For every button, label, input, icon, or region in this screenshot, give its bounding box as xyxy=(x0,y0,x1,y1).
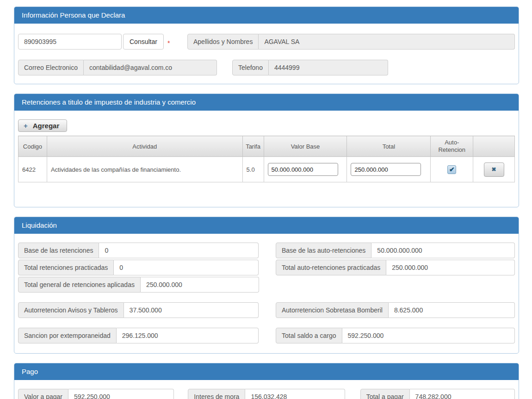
liquidacion-row: Autorretencion Avisos y Tableros 37.500.… xyxy=(18,302,515,318)
apellidos-label: Apellidos y Nombres xyxy=(187,34,259,50)
interes-mora-value[interactable]: 156.032.428 xyxy=(245,389,345,399)
nit-input[interactable] xyxy=(18,34,122,50)
column-header-total: Total xyxy=(347,136,431,157)
valor-base-input[interactable] xyxy=(268,163,338,176)
interes-mora-label: Interes de mora xyxy=(188,389,245,399)
field-base-retenciones: Base de las retenciones 0 xyxy=(18,243,259,258)
cell-actividad: Actividades de las compañías de financia… xyxy=(47,157,242,182)
correo-value: contabilidad@agaval.com.co xyxy=(84,60,217,75)
agregar-button-label: Agregar xyxy=(33,122,60,130)
field-interes-mora: Interes de mora 156.032.428 xyxy=(188,389,345,399)
telefono-value: 4444999 xyxy=(269,60,388,75)
field-sancion-extemporaneidad: Sancion por extemporaneidad 296.125.000 xyxy=(18,328,259,343)
liquidacion-row: Total retenciones practicadas 0 Total au… xyxy=(18,260,515,275)
correo-label: Correo Electronico xyxy=(18,60,84,75)
column-header-auto-retencion: Auto-Retencion xyxy=(431,136,473,157)
plus-icon: + xyxy=(24,122,28,130)
pago-row: Valor a pagar 592.250.000 Interes de mor… xyxy=(18,389,515,399)
apellidos-value: AGAVAL SA xyxy=(259,34,515,50)
avisos-tableros-value[interactable]: 37.500.000 xyxy=(124,302,259,318)
total-retenciones-practicadas-label: Total retenciones practicadas xyxy=(18,260,114,275)
declarant-row-1: Consultar * Apellidos y Nombres AGAVAL S… xyxy=(18,34,515,50)
panel-retenciones: Retenciones a titulo de impuesto de indu… xyxy=(14,94,519,207)
total-input[interactable] xyxy=(351,163,421,176)
panel-liquidacion-body: Base de las retenciones 0 Base de las au… xyxy=(14,234,519,353)
total-pagar-label: Total a pagar xyxy=(360,389,410,399)
liquidacion-row: Sancion por extemporaneidad 296.125.000 … xyxy=(18,328,515,343)
valor-pagar-value[interactable]: 592.250.000 xyxy=(68,389,174,399)
panel-declarant-body: Consultar * Apellidos y Nombres AGAVAL S… xyxy=(14,24,519,84)
field-total-auto-retenciones-practicadas: Total auto-retenciones practicadas 250.0… xyxy=(276,260,515,275)
table-header-row: Codigo Actividad Tarifa Valor Base Total… xyxy=(19,136,515,157)
column-header-valor-base: Valor Base xyxy=(264,136,347,157)
total-general-label: Total general de retenciones aplicadas xyxy=(18,277,141,293)
cell-actions: ✖ xyxy=(473,157,515,182)
total-auto-retenciones-practicadas-label: Total auto-retenciones practicadas xyxy=(276,260,386,275)
cell-valor-base xyxy=(264,157,347,182)
telefono-field-group: Telefono 4444999 xyxy=(232,60,388,75)
cell-total xyxy=(347,157,431,182)
liquidacion-row: Base de las retenciones 0 Base de las au… xyxy=(18,243,515,258)
field-valor-pagar: Valor a pagar 592.250.000 xyxy=(18,389,174,399)
panel-pago: Pago Valor a pagar 592.250.000 Interes d… xyxy=(14,363,519,399)
telefono-label: Telefono xyxy=(232,60,269,75)
field-total-saldo-cargo: Total saldo a cargo 592.250.000 xyxy=(276,328,515,343)
column-header-actions xyxy=(473,136,515,157)
panel-pago-body: Valor a pagar 592.250.000 Interes de mor… xyxy=(14,380,519,399)
field-total-general: Total general de retenciones aplicadas 2… xyxy=(18,277,259,293)
apellidos-field-group: Apellidos y Nombres AGAVAL SA xyxy=(187,34,515,50)
field-avisos-tableros: Autorretencion Avisos y Tableros 37.500.… xyxy=(18,302,259,318)
column-header-actividad: Actividad xyxy=(47,136,242,157)
table-row: 6422 Actividades de las compañías de fin… xyxy=(19,157,515,182)
field-sobretasa-bomberil: Autorretencion Sobretasa Bomberil 8.625.… xyxy=(276,302,515,318)
panel-declarant-title: Información Persona que Declara xyxy=(14,7,519,24)
avisos-tableros-label: Autorretencion Avisos y Tableros xyxy=(18,302,124,318)
total-saldo-cargo-value[interactable]: 592.250.000 xyxy=(342,328,515,343)
panel-retenciones-body: + Agregar Codigo Actividad Tarifa Valor … xyxy=(14,111,519,207)
total-general-value[interactable]: 250.000.000 xyxy=(141,277,259,293)
base-retenciones-value[interactable]: 0 xyxy=(99,243,259,258)
agregar-button[interactable]: + Agregar xyxy=(18,119,67,132)
column-header-tarifa: Tarifa xyxy=(242,136,264,157)
panel-liquidacion-title: Liquidación xyxy=(14,217,519,234)
required-asterisk-icon: * xyxy=(167,39,170,47)
sancion-extemporaneidad-label: Sancion por extemporaneidad xyxy=(18,328,117,343)
consultar-button[interactable]: Consultar xyxy=(123,34,164,50)
total-retenciones-practicadas-value[interactable]: 0 xyxy=(114,260,259,275)
base-auto-retenciones-value[interactable]: 50.000.000.000 xyxy=(371,243,515,258)
sobretasa-bomberil-label: Autorretencion Sobretasa Bomberil xyxy=(276,302,389,318)
liquidacion-row: Total general de retenciones aplicadas 2… xyxy=(18,277,515,293)
tax-declaration-form: Información Persona que Declara Consulta… xyxy=(14,6,519,399)
panel-pago-title: Pago xyxy=(14,363,519,380)
cell-tarifa: 5.0 xyxy=(242,157,264,182)
total-saldo-cargo-label: Total saldo a cargo xyxy=(276,328,342,343)
panel-retenciones-title: Retenciones a titulo de impuesto de indu… xyxy=(14,94,519,111)
retenciones-table: Codigo Actividad Tarifa Valor Base Total… xyxy=(18,136,515,182)
field-total-pagar: Total a pagar 748.282.000 xyxy=(360,389,515,399)
total-auto-retenciones-practicadas-value[interactable]: 250.000.000 xyxy=(386,260,515,275)
sobretasa-bomberil-value[interactable]: 8.625.000 xyxy=(389,302,515,318)
cell-auto-retencion: ✔ xyxy=(431,157,473,182)
field-base-auto-retenciones: Base de las auto-retenciones 50.000.000.… xyxy=(276,243,515,258)
declarant-row-2: Correo Electronico contabilidad@agaval.c… xyxy=(18,60,515,75)
panel-liquidacion: Liquidación Base de las retenciones 0 Ba… xyxy=(14,217,519,354)
base-auto-retenciones-label: Base de las auto-retenciones xyxy=(276,243,371,258)
panel-declarant: Información Persona que Declara Consulta… xyxy=(14,6,519,84)
base-retenciones-label: Base de las retenciones xyxy=(18,243,99,258)
auto-retencion-checkbox[interactable]: ✔ xyxy=(447,165,456,174)
correo-field-group: Correo Electronico contabilidad@agaval.c… xyxy=(18,60,217,75)
cell-codigo: 6422 xyxy=(19,157,47,182)
sancion-extemporaneidad-value[interactable]: 296.125.000 xyxy=(117,328,259,343)
total-pagar-value[interactable]: 748.282.000 xyxy=(410,389,515,399)
valor-pagar-label: Valor a pagar xyxy=(18,389,68,399)
delete-row-button[interactable]: ✖ xyxy=(484,162,504,177)
field-total-retenciones-practicadas: Total retenciones practicadas 0 xyxy=(18,260,259,275)
column-header-codigo: Codigo xyxy=(19,136,47,157)
